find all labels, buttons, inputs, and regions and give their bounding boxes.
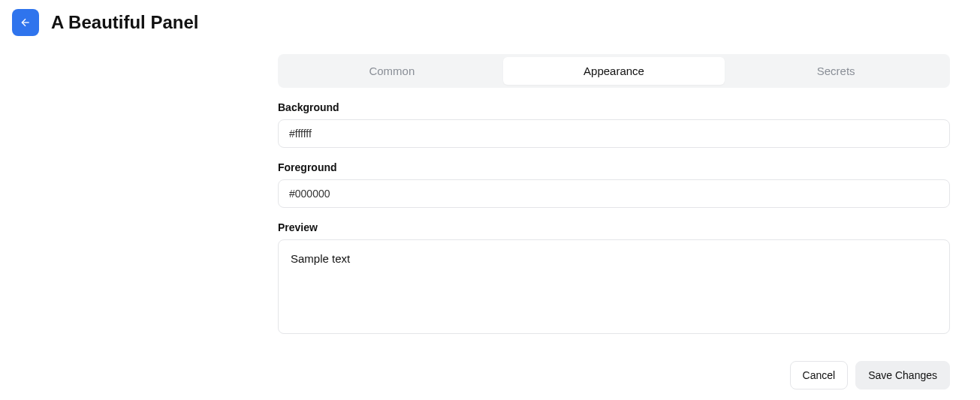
- page-header: A Beautiful Panel: [12, 9, 968, 36]
- tab-secrets[interactable]: Secrets: [725, 57, 947, 85]
- preview-box: Sample text: [278, 239, 950, 334]
- tab-common[interactable]: Common: [281, 57, 503, 85]
- preview-group: Preview Sample text: [278, 221, 950, 334]
- background-group: Background: [278, 101, 950, 148]
- back-button[interactable]: [12, 9, 39, 36]
- page-title: A Beautiful Panel: [51, 12, 198, 33]
- save-button[interactable]: Save Changes: [855, 361, 950, 389]
- cancel-button[interactable]: Cancel: [790, 361, 849, 389]
- footer-buttons: Cancel Save Changes: [278, 361, 950, 389]
- foreground-group: Foreground: [278, 161, 950, 208]
- tab-bar: Common Appearance Secrets: [278, 54, 950, 88]
- arrow-left-icon: [20, 17, 32, 29]
- main-content: Common Appearance Secrets Background For…: [278, 54, 950, 389]
- background-label: Background: [278, 101, 950, 113]
- tab-appearance[interactable]: Appearance: [503, 57, 725, 85]
- preview-sample-text: Sample text: [291, 252, 350, 265]
- foreground-input[interactable]: [278, 179, 950, 208]
- background-input[interactable]: [278, 119, 950, 148]
- foreground-label: Foreground: [278, 161, 950, 173]
- preview-label: Preview: [278, 221, 950, 233]
